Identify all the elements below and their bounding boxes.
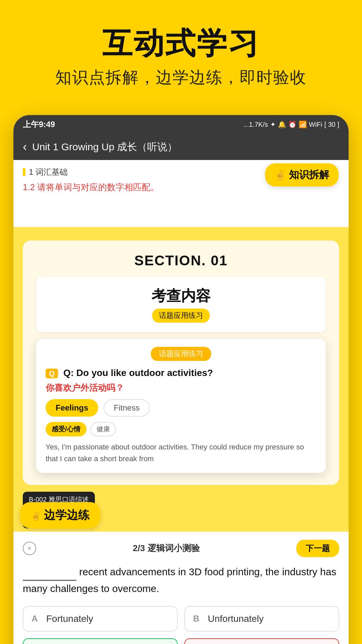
close-icon: ×: [27, 544, 32, 553]
quiz-section: × 2/3 逻辑词小测验 下一题 recent advancements in …: [13, 532, 349, 644]
deco-icon-study: ✌️: [31, 512, 41, 521]
status-bar: 上午9:49 ...1.7K/s ✦ 🔔 ⏰ 📶 WiFi [ 30 ]: [13, 115, 349, 134]
bluetooth-icon: ✦: [270, 120, 276, 128]
quiz-sentence: recent advancements in 3D food printing,…: [23, 564, 339, 597]
quiz-blank: [23, 564, 76, 581]
choice-fitness-cn[interactable]: 健康: [90, 422, 116, 436]
check-content-box: 考查内容 话题应用练习: [36, 277, 326, 332]
bell-icon: 🔔: [278, 120, 286, 128]
choice-fitness-label: Fitness: [114, 403, 139, 412]
deco-hand-icon: ✌️: [275, 169, 286, 180]
quiz-option-c[interactable]: C Despite: [23, 638, 178, 644]
status-icons: ...1.7K/s ✦ 🔔 ⏰ 📶 WiFi [ 30 ]: [243, 120, 339, 128]
quiz-close-btn[interactable]: ×: [23, 542, 36, 555]
back-button[interactable]: ‹: [23, 140, 27, 154]
quiz-option-a[interactable]: A Fortunately: [23, 606, 178, 632]
question-icon: Q: [46, 369, 58, 378]
quiz-option-d[interactable]: D While: [184, 638, 339, 644]
option-a-letter: A: [32, 613, 41, 624]
alarm-icon: ⏰: [288, 120, 297, 128]
top-section: 互动式学习 知识点拆解，边学边练，即时验收: [0, 0, 362, 102]
quiz-option-b[interactable]: B Unfortunately: [184, 606, 339, 632]
choice-fitness[interactable]: Fitness: [104, 399, 149, 417]
section-number: SECTION. 01: [36, 253, 326, 269]
choice-buttons: Feelings Fitness: [46, 399, 316, 417]
section-label-text: 1 词汇基础: [29, 167, 68, 177]
wifi-icon: WiFi: [309, 121, 322, 128]
sub-title: 知识点拆解，边学边练，即时验收: [13, 67, 349, 88]
knowledge-tag-text: 知识拆解: [289, 168, 329, 182]
practice-question-cn: 你喜欢户外活动吗？: [46, 382, 316, 394]
choice-feelings[interactable]: Feelings: [46, 399, 98, 417]
lesson-area: 1 词汇基础 1.2 请将单词与对应的数字相匹配。 ✌️ 知识拆解: [13, 160, 349, 227]
practice-question: Q Q: Do you like outdoor activities?: [46, 366, 316, 379]
network-speed: ...1.7K/s: [243, 121, 268, 128]
phone-screen-content: 1 词汇基础 1.2 请将单词与对应的数字相匹配。 ✌️ 知识拆解 ✌️ 边学边…: [13, 160, 349, 644]
study-tag-text: 边学边练: [44, 508, 89, 521]
option-b-letter: B: [193, 613, 202, 624]
battery-icon: [ 30 ]: [324, 121, 340, 128]
quiz-progress: 2/3 逻辑词小测验: [133, 542, 199, 554]
choice-cn-row: 感受/心情 健康: [46, 422, 316, 436]
section-area: ✌️ 边学边练 SECTION. 01 考查内容 话题应用练习 话题应用练习: [13, 227, 349, 532]
nav-title: Unit 1 Growing Up 成长（听说）: [32, 140, 177, 154]
status-time: 上午9:49: [23, 119, 55, 130]
study-tag: ✌️ 边学边练: [20, 502, 100, 528]
check-content-title: 考查内容: [46, 286, 316, 306]
practice-answer-text: Yes, I'm passionate about outdoor activi…: [46, 441, 316, 465]
content-tag: 话题应用练习: [152, 309, 210, 323]
practice-question-en: Q: Do you like outdoor activities?: [63, 368, 213, 378]
choice-feelings-label: Feelings: [56, 403, 88, 412]
signal-icon: 📶: [299, 120, 307, 128]
phone-frame: 上午9:49 ...1.7K/s ✦ 🔔 ⏰ 📶 WiFi [ 30 ] ‹ U…: [13, 115, 349, 644]
main-title: 互动式学习: [13, 27, 349, 60]
section-label-bar: [23, 168, 25, 176]
nav-bar: ‹ Unit 1 Growing Up 成长（听说）: [13, 134, 349, 160]
quiz-next-btn[interactable]: 下一题: [296, 540, 339, 557]
practice-overlay: 话题应用练习 Q Q: Do you like outdoor activiti…: [36, 339, 326, 473]
option-b-text: Unfortunately: [208, 613, 264, 624]
phone-wrapper: 上午9:49 ...1.7K/s ✦ 🔔 ⏰ 📶 WiFi [ 30 ] ‹ U…: [0, 102, 362, 644]
practice-tag-label: 话题应用练习: [151, 347, 211, 361]
section-card: SECTION. 01 考查内容 话题应用练习 话题应用练习 Q Q: Do: [23, 240, 339, 485]
option-a-text: Fortunately: [46, 613, 93, 624]
quiz-header: × 2/3 逻辑词小测验 下一题: [23, 540, 339, 557]
practice-tag: 话题应用练习: [46, 347, 316, 361]
knowledge-tag: ✌️ 知识拆解: [265, 163, 339, 186]
choice-feelings-cn[interactable]: 感受/心情: [46, 422, 86, 436]
quiz-options: A Fortunately B Unfortunately C Despite: [23, 606, 339, 644]
